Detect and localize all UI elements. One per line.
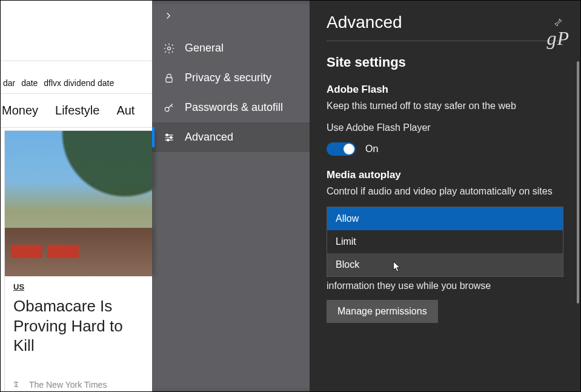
permissions-desc-fragment: information they use while you browse: [327, 281, 563, 291]
url-word: dflvx dividend date: [44, 78, 114, 88]
nav-item-passwords[interactable]: Passwords & autofill: [152, 93, 310, 122]
svg-point-4: [170, 136, 172, 138]
autoplay-dropdown[interactable]: Allow Limit Block: [327, 207, 563, 277]
nyt-icon: 𝕿: [13, 380, 23, 390]
svg-point-2: [165, 107, 169, 111]
settings-pane: Advanced gP Site settings Adobe Flash Ke…: [310, 1, 580, 392]
svg-point-5: [167, 139, 169, 141]
option-label: Block: [336, 259, 359, 270]
dropdown-option-limit[interactable]: Limit: [327, 230, 563, 253]
autoplay-title: Media autoplay: [327, 169, 563, 181]
nav-label: Passwords & autofill: [185, 101, 283, 114]
nav-label: General: [185, 42, 224, 55]
pane-title: Advanced: [327, 13, 402, 32]
nav-item-advanced[interactable]: Advanced: [152, 122, 310, 152]
section-title: Site settings: [327, 55, 563, 70]
url-word: dar: [3, 78, 15, 88]
gear-icon: [163, 42, 175, 55]
pin-icon[interactable]: [553, 17, 563, 28]
nav-item-privacy[interactable]: Privacy & security: [152, 63, 310, 93]
sliders-icon: [163, 131, 175, 144]
browser-background: dar date dflvx dividend date Money Lifes…: [1, 1, 158, 392]
article-source: 𝕿 The New York Times: [13, 380, 145, 390]
nav-tab[interactable]: Lifestyle: [55, 104, 99, 118]
svg-point-0: [168, 47, 171, 50]
dropdown-option-block[interactable]: Block: [327, 253, 563, 276]
svg-rect-1: [166, 78, 172, 82]
title-bar-area: [1, 1, 158, 61]
url-word: date: [21, 78, 38, 88]
back-button[interactable]: [152, 1, 310, 30]
flash-title: Adobe Flash: [327, 84, 563, 96]
address-bar-fragment[interactable]: dar date dflvx dividend date: [1, 61, 158, 94]
settings-nav-panel: General Privacy & security Passwords & a…: [152, 1, 310, 392]
scrollbar[interactable]: [577, 61, 579, 304]
cursor-icon: [393, 261, 402, 273]
article-image: [5, 131, 154, 276]
adobe-flash-group: Adobe Flash Keep this turned off to stay…: [327, 84, 563, 156]
nav-label: Advanced: [185, 131, 233, 144]
watermark: gP: [546, 27, 569, 50]
nav-label: Privacy & security: [185, 71, 271, 84]
manage-permissions-button[interactable]: Manage permissions: [327, 300, 438, 323]
flash-toggle-state: On: [365, 144, 378, 154]
nav-tab[interactable]: Money: [2, 104, 38, 118]
dropdown-option-allow[interactable]: Allow: [327, 207, 563, 230]
source-name: The New York Times: [29, 380, 107, 390]
article-headline[interactable]: Obamacare Is Proving Hard to Kill: [13, 296, 145, 356]
media-autoplay-group: Media autoplay Control if audio and vide…: [327, 169, 563, 323]
site-nav-tabs: Money Lifestyle Aut: [1, 94, 158, 128]
article-category[interactable]: US: [13, 282, 145, 291]
key-icon: [163, 102, 175, 114]
nav-tab[interactable]: Aut: [116, 104, 134, 118]
chevron-right-icon: [163, 10, 174, 21]
flash-toggle-label: Use Adobe Flash Player: [327, 121, 563, 135]
nav-item-general[interactable]: General: [152, 33, 310, 63]
lock-icon: [163, 72, 175, 84]
article-card[interactable]: US Obamacare Is Proving Hard to Kill 𝕿 T…: [4, 130, 154, 392]
flash-toggle[interactable]: [327, 142, 356, 156]
autoplay-desc: Control if audio and video play automati…: [327, 185, 563, 198]
svg-point-3: [166, 134, 168, 136]
flash-desc: Keep this turned off to stay safer on th…: [327, 99, 563, 113]
